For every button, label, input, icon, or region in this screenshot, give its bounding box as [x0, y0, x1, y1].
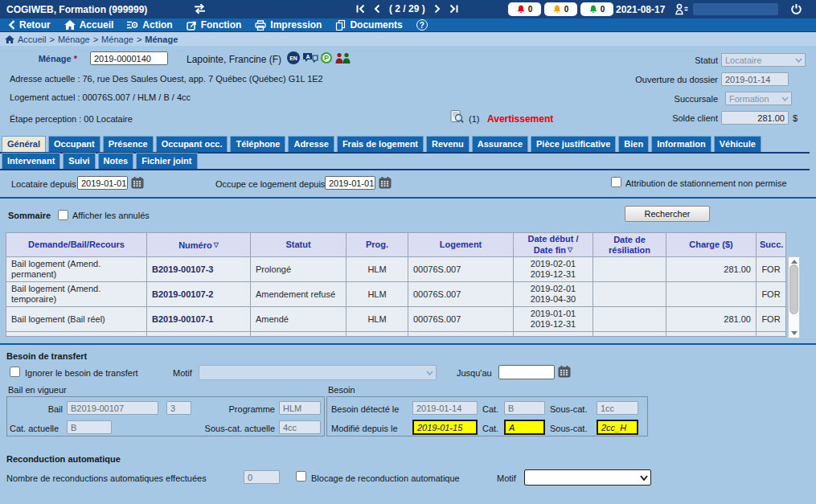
occupe-depuis-input[interactable]: 2019-01-01: [325, 176, 375, 190]
table-row: Bail logement (Bail réel) B2019-00107-1 …: [6, 307, 786, 332]
last-record-icon[interactable]: [449, 4, 459, 14]
jusquau-label: Jusqu'au: [457, 368, 492, 378]
table-scrollbar[interactable]: [788, 256, 800, 338]
pager-text: ( 2 / 29 ): [389, 3, 425, 14]
calendar-icon[interactable]: [558, 366, 571, 378]
ouverture-input[interactable]: 2019-01-14: [721, 72, 789, 86]
logement-row: Logement actuel : 00076S.007 / HLM / B /…: [10, 92, 191, 102]
alert-critical-badge[interactable]: 0: [508, 2, 541, 16]
tab-frais-logement[interactable]: Frais de logement: [337, 136, 424, 152]
solde-currency: $: [793, 113, 798, 123]
solde-label: Solde client: [638, 113, 718, 123]
bail-group-title: Bail en vigueur: [8, 385, 67, 395]
scrollbar-thumb[interactable]: [789, 264, 798, 314]
besoin-souscat-label: Sous-cat.: [550, 404, 587, 414]
motif-reconduction-select[interactable]: [524, 469, 651, 486]
breadcrumb-home-icon[interactable]: [5, 35, 14, 43]
tab-information[interactable]: Information: [651, 136, 711, 152]
tab-presence[interactable]: Présence: [103, 136, 154, 152]
tab-occupant-occ[interactable]: Occupant occ.: [156, 136, 228, 152]
perception-badge-icon: P: [321, 52, 332, 64]
menu-documents[interactable]: Documents: [335, 19, 402, 31]
menage-input[interactable]: 2019-0000140: [90, 51, 168, 65]
rechercher-button[interactable]: Rechercher: [625, 206, 710, 222]
alert-ok-badge[interactable]: 0: [580, 2, 613, 16]
breadcrumb-item[interactable]: Ménage: [101, 35, 133, 44]
tab-notes[interactable]: Notes: [98, 153, 134, 169]
scroll-down-icon[interactable]: [791, 331, 798, 335]
tab-telephone[interactable]: Téléphone: [230, 136, 285, 152]
transfert-title: Besoin de transfert: [6, 351, 87, 361]
col-succ[interactable]: Succ.: [757, 233, 786, 257]
tab-vehicule[interactable]: Véhicule: [714, 136, 761, 152]
tab-piece-justificative[interactable]: Pièce justificative: [531, 136, 616, 152]
col-demande[interactable]: Demande/Bail/Recours: [6, 233, 147, 257]
avertissement-label[interactable]: Avertissement: [487, 113, 553, 125]
menu-retour[interactable]: Retour: [8, 19, 51, 31]
prev-record-icon[interactable]: [372, 4, 382, 14]
tab-row-2: Intervenant Suivi Notes Fichier joint: [0, 154, 810, 170]
jusquau-input[interactable]: [498, 365, 555, 379]
logout-power-icon[interactable]: [790, 3, 802, 15]
menu-accueil[interactable]: Accueil: [64, 19, 114, 31]
col-dates[interactable]: Date début /Date fin▽: [514, 233, 593, 257]
breadcrumb: Accueil > Ménage > Ménage > Ménage: [0, 32, 816, 46]
succursale-select[interactable]: Formation: [725, 92, 792, 105]
bail-input: B2019-00107: [67, 401, 158, 415]
user-switch-icon[interactable]: [675, 3, 689, 15]
locataire-depuis-input[interactable]: 2019-01-01: [77, 176, 128, 190]
col-charge[interactable]: Charge ($): [666, 233, 757, 257]
next-record-icon[interactable]: [433, 4, 442, 14]
tab-occupant[interactable]: Occupant: [48, 136, 100, 152]
tab-intervenant[interactable]: Intervenant: [2, 153, 60, 169]
bail-link[interactable]: B2019-00107-1: [147, 307, 251, 332]
stationnement-checkbox[interactable]: [611, 177, 621, 187]
col-statut[interactable]: Statut: [251, 233, 346, 257]
tab-general[interactable]: Général: [2, 136, 46, 152]
col-logement[interactable]: Logement: [408, 233, 514, 257]
translate-icon: A: [302, 52, 318, 64]
ignorer-transfert-checkbox[interactable]: [10, 367, 20, 377]
quick-access-box[interactable]: [693, 3, 778, 15]
besoin-cat2-label: Cat.: [482, 424, 498, 433]
menu-fonction[interactable]: Fonction: [187, 19, 242, 31]
calendar-icon[interactable]: [131, 177, 144, 189]
tab-adresse[interactable]: Adresse: [288, 136, 334, 152]
tab-fichier-joint[interactable]: Fichier joint: [136, 153, 197, 169]
menu-impression[interactable]: Impression: [255, 19, 322, 31]
menu-help[interactable]: ?: [416, 19, 428, 31]
tab-bien[interactable]: Bien: [618, 136, 649, 152]
afficher-annules-checkbox[interactable]: [58, 210, 68, 220]
col-resiliation[interactable]: Date derésiliation: [593, 233, 666, 257]
avertissement-zoom-icon[interactable]: [450, 110, 464, 124]
motif-transfert-select[interactable]: [199, 365, 437, 380]
bail-link[interactable]: B2019-00107-2: [147, 282, 251, 307]
refresh-icon[interactable]: [193, 3, 207, 14]
afficher-annules-label: Afficher les annulés: [72, 211, 150, 220]
calendar-icon[interactable]: [379, 177, 392, 189]
statut-select[interactable]: Locataire: [721, 53, 806, 67]
scroll-up-icon[interactable]: [791, 260, 798, 264]
first-record-icon[interactable]: [355, 4, 365, 14]
tab-assurance[interactable]: Assurance: [472, 136, 528, 152]
blocage-checkbox[interactable]: [296, 471, 306, 481]
bail-link[interactable]: B2019-00107-3: [147, 257, 251, 282]
menage-label: Ménage *: [0, 54, 77, 64]
col-prog[interactable]: Prog.: [346, 233, 408, 257]
breadcrumb-item[interactable]: Ménage: [58, 35, 90, 44]
alert-warning-badge[interactable]: 0: [544, 2, 577, 16]
table-header-row: Demande/Bail/Recours Numéro▽ Statut Prog…: [6, 233, 786, 257]
avertissement-count: (1): [469, 114, 479, 124]
language-badge-icon: EN: [287, 51, 300, 64]
besoin-cat-label: Cat.: [482, 404, 498, 414]
table-row-partial: [6, 332, 786, 337]
col-numero[interactable]: Numéro▽: [147, 233, 251, 257]
tab-suivi[interactable]: Suivi: [63, 153, 95, 169]
breadcrumb-home[interactable]: Accueil: [18, 35, 46, 44]
besoin-souscat2-label: Sous-cat.: [550, 424, 587, 433]
tab-revenu[interactable]: Revenu: [426, 136, 470, 152]
menu-action[interactable]: Action: [127, 19, 172, 31]
programme-label: Programme: [217, 404, 275, 414]
besoin-souscat2-input: 2cc_H: [597, 420, 638, 435]
souscat-actuelle-label: Sous-cat. actuelle: [185, 424, 275, 433]
